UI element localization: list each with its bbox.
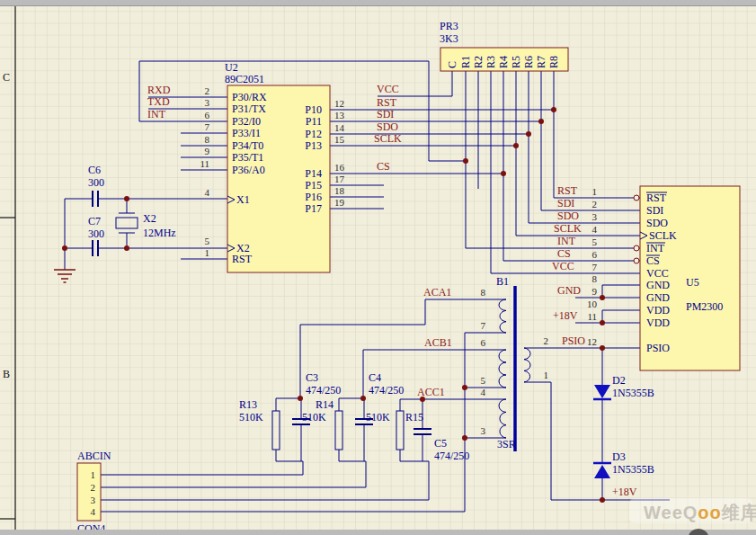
u2-pin-number: 6 bbox=[205, 110, 210, 120]
u2-pin-name: P17 bbox=[305, 202, 322, 215]
u5-pin-name: CS bbox=[646, 254, 660, 267]
u2-ref: U2 bbox=[225, 61, 238, 74]
u2-pin-number: 19 bbox=[334, 197, 345, 208]
abcin-net-label: ABCIN bbox=[77, 450, 111, 462]
u2-pin-number: 14 bbox=[334, 122, 345, 133]
d2-value: 1N5355B bbox=[612, 387, 654, 399]
net-label-aca1: ACA1 bbox=[423, 286, 451, 299]
pr3-pin-name: R6 bbox=[522, 56, 535, 68]
r13-value: 510K bbox=[239, 411, 263, 424]
u2-pin-name: P10 bbox=[305, 103, 322, 116]
watermark: WeeQoo维库 bbox=[629, 498, 756, 523]
u5-pin-number: 1 bbox=[592, 186, 598, 197]
u2-pin-number: 18 bbox=[334, 185, 345, 196]
u2-pin-number: 1 bbox=[205, 247, 210, 258]
b1-pin-number: 8 bbox=[481, 287, 486, 298]
c3-ref: C3 bbox=[306, 371, 318, 384]
net-label-rst: RST bbox=[377, 96, 397, 109]
pr3-pin-name: R5 bbox=[510, 56, 522, 68]
u5-pin-number: 8 bbox=[592, 273, 598, 284]
watermark-cn: 维库 bbox=[721, 503, 756, 522]
u2-pin-number: 12 bbox=[334, 98, 344, 109]
inversion-bubble bbox=[634, 258, 639, 263]
net-label-18v: +18V bbox=[612, 486, 637, 498]
pr3-pin-name: R4 bbox=[497, 56, 510, 68]
u2-pin-name: RST bbox=[232, 253, 253, 265]
net-label-vcc: VCC bbox=[377, 83, 399, 95]
net-label-psio: PSIO bbox=[562, 334, 585, 347]
u2-pin-number: 11 bbox=[200, 158, 209, 169]
u5-pin-name: SDO bbox=[646, 217, 668, 229]
u5-pin-name: VDD bbox=[646, 304, 670, 317]
zone-letter-b: B bbox=[3, 368, 10, 380]
net-label-vcc: VCC bbox=[552, 260, 574, 272]
u2-pin-number: 17 bbox=[334, 174, 345, 184]
u2-pin-name: P12 bbox=[305, 128, 322, 140]
net-label-acc1: ACC1 bbox=[417, 386, 445, 398]
u2-pin-name: P14 bbox=[305, 167, 322, 180]
b1-pin-number: 1 bbox=[544, 370, 549, 380]
u2-pin-name: P16 bbox=[305, 191, 322, 203]
net-label-18v: +18V bbox=[553, 309, 578, 322]
b1-pin-number: 4 bbox=[481, 387, 486, 397]
r15-value: 510K bbox=[366, 411, 390, 424]
u5-pin-name: SDI bbox=[646, 204, 663, 217]
net-label-int: INT bbox=[557, 235, 576, 247]
pr3-ref: PR3 bbox=[440, 20, 458, 32]
net-label-sdi: SDI bbox=[557, 197, 574, 210]
b1-ref: B1 bbox=[496, 275, 509, 288]
inversion-bubble bbox=[634, 245, 639, 251]
u5-pin-name: VCC bbox=[646, 267, 669, 280]
u2-pin-number: 9 bbox=[205, 146, 210, 156]
con4-pin-number: 3 bbox=[91, 495, 96, 505]
u5-pin-number: 9 bbox=[592, 286, 598, 297]
net-label-sclk: SCLK bbox=[554, 222, 582, 235]
pr3-pin-name: R8 bbox=[547, 56, 560, 68]
net-label-acb1: ACB1 bbox=[424, 336, 452, 349]
x2-ref: X2 bbox=[143, 212, 156, 225]
b1-pin-number: 6 bbox=[481, 337, 486, 348]
u5-pin-name: INT bbox=[646, 242, 665, 254]
d3-value: 1N5355B bbox=[612, 463, 654, 476]
u5-pin-name: GND bbox=[646, 279, 670, 291]
b1-pin-number: 3 bbox=[481, 425, 486, 436]
pr3-pin-name: R1 bbox=[459, 56, 472, 68]
u2-pin-name: P15 bbox=[305, 179, 322, 192]
net-label-rxd: RXD bbox=[147, 84, 171, 96]
schematic-canvas: C B bbox=[0, 0, 756, 535]
u5-pin-number: 7 bbox=[592, 262, 598, 272]
b1-pin-number: 2 bbox=[544, 335, 549, 346]
c3-value: 474/250 bbox=[306, 384, 341, 397]
u5-pin-number: 3 bbox=[592, 211, 598, 222]
watermark-oo: oo bbox=[698, 503, 721, 522]
u2-pin-number: 13 bbox=[334, 110, 345, 120]
b1-pin-number: 7 bbox=[481, 320, 486, 331]
u2-pin-name: P35/T1 bbox=[232, 151, 263, 164]
u5-pin-name: GND bbox=[646, 291, 670, 304]
u5-pin-name: VDD bbox=[646, 317, 670, 329]
u2-pin-number: 5 bbox=[205, 236, 210, 246]
u2-pin-number: 16 bbox=[334, 162, 345, 173]
u2-pin-number: 7 bbox=[205, 121, 210, 132]
con4-pin-number: 4 bbox=[91, 506, 96, 517]
net-label-sclk: SCLK bbox=[374, 132, 402, 145]
watermark-text: WeeQ bbox=[644, 503, 698, 522]
u5-pin-number: 4 bbox=[592, 224, 598, 235]
u5-pin-name: RST bbox=[646, 192, 667, 204]
pr3-pin-name: R2 bbox=[472, 56, 485, 68]
d2-ref: D2 bbox=[612, 374, 626, 387]
u5-pin-number: 10 bbox=[587, 299, 598, 309]
u5-pin-number: 2 bbox=[592, 199, 598, 210]
c4-ref: C4 bbox=[369, 371, 381, 384]
u5-pin-name: SCLK bbox=[649, 229, 677, 242]
u2-part: 89C2051 bbox=[225, 73, 264, 85]
con4-pin-number: 1 bbox=[91, 469, 96, 480]
u2-pin-name: X1 bbox=[236, 193, 250, 206]
con4-pin-number: 2 bbox=[91, 482, 96, 493]
c5-value: 474/250 bbox=[434, 450, 469, 462]
x2-value: 12MHz bbox=[143, 227, 176, 239]
b1-value: 3SR bbox=[497, 438, 516, 450]
u2-pin-number: 2 bbox=[205, 85, 210, 96]
r14-ref: R14 bbox=[316, 398, 334, 411]
net-label-cs: CS bbox=[557, 247, 571, 260]
